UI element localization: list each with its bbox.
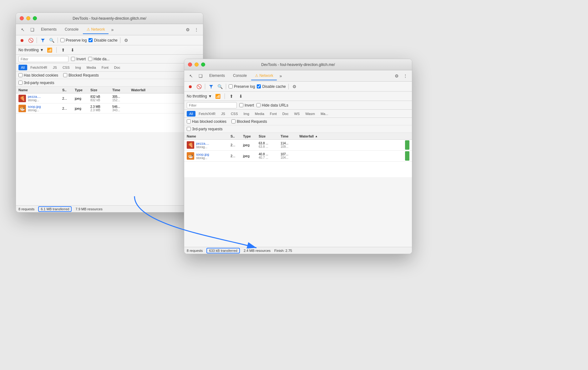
maximize-button-2[interactable]	[201, 62, 205, 67]
hide-data-label-2[interactable]: Hide data URLs	[256, 103, 288, 108]
col-header-type-2[interactable]: Type	[243, 134, 259, 138]
req-tab-ws-2[interactable]: WS	[291, 111, 302, 117]
col-header-name-2[interactable]: Name	[187, 134, 231, 138]
col-header-time-2[interactable]: Time	[281, 134, 299, 138]
table-row-2-2[interactable]: 🍜 soop.jpg storag... 2... jpeg 40.8 ...4…	[184, 151, 412, 162]
search-icon-2[interactable]: 🔍	[216, 83, 223, 90]
cursor-icon-2[interactable]: ↖	[187, 72, 195, 80]
tab-elements-1[interactable]: Elements	[37, 25, 60, 34]
blocked-requests-checkbox-2[interactable]	[231, 119, 236, 123]
disable-cache-label-2[interactable]: Disable cache	[257, 84, 286, 89]
col-header-waterfall-2[interactable]: Waterfall ▲	[299, 134, 409, 138]
col-header-type-1[interactable]: Type	[75, 88, 90, 92]
layers-icon-2[interactable]: ❏	[196, 72, 205, 80]
tab-console-1[interactable]: Console	[61, 25, 82, 34]
req-tab-img-2[interactable]: Img	[241, 111, 252, 117]
filter-input-2[interactable]	[187, 102, 237, 108]
disable-cache-checkbox-2[interactable]	[257, 84, 261, 88]
filter-icon-1[interactable]	[39, 37, 46, 44]
hide-data-checkbox-2[interactable]	[256, 103, 261, 107]
req-tab-js-1[interactable]: JS	[50, 65, 59, 70]
record-button-2[interactable]: ⏺	[187, 83, 194, 90]
table-row-1-2[interactable]: 🍜 soop.jpg storag... 2... jpeg 2.3 MB2.3…	[16, 103, 203, 113]
req-tab-media-1[interactable]: Media	[84, 65, 99, 70]
more-options-icon-2[interactable]: ⋮	[401, 72, 409, 80]
req-tab-font-2[interactable]: Font	[267, 111, 279, 117]
req-tab-fetchxhr-2[interactable]: Fetch/XHR	[196, 111, 218, 117]
table-row-2-1[interactable]: 🍕 pezza.... storag... 2... jpeg 63.8 ...…	[184, 140, 412, 151]
settings-icon-2[interactable]: ⚙	[393, 72, 401, 80]
tab-network-2[interactable]: ⚠ Network	[251, 72, 277, 80]
disable-cache-checkbox-1[interactable]	[89, 38, 93, 42]
third-party-checkbox-1[interactable]	[18, 81, 23, 85]
preserve-log-label-2[interactable]: Preserve log	[229, 84, 255, 89]
col-header-size-1[interactable]: Size	[90, 88, 112, 92]
hide-data-label-1[interactable]: Hide da...	[88, 57, 109, 61]
third-party-label-1[interactable]: 3rd-party requests	[18, 81, 54, 85]
req-tab-doc-1[interactable]: Doc	[112, 65, 123, 70]
req-tab-img-1[interactable]: Img	[73, 65, 84, 70]
more-tabs-btn-1[interactable]: »	[109, 26, 115, 33]
throttle-settings-icon-1[interactable]: ⚙	[123, 37, 130, 44]
throttle-select-2[interactable]: No throttling ▼	[187, 94, 212, 98]
req-tab-js-2[interactable]: JS	[219, 111, 228, 117]
req-tab-wasm-2[interactable]: Wasm	[303, 111, 317, 117]
wifi-settings-icon-2[interactable]: 📶	[215, 93, 221, 100]
third-party-label-2[interactable]: 3rd-party requests	[187, 127, 222, 131]
clear-button-2[interactable]: 🚫	[195, 83, 202, 90]
throttle-select-1[interactable]: No throttling ▼	[18, 48, 44, 52]
blocked-requests-label-1[interactable]: Blocked Requests	[63, 73, 99, 78]
col-header-size-2[interactable]: Size	[259, 134, 281, 138]
download-icon-2[interactable]: ⬇	[237, 93, 244, 100]
layers-icon[interactable]: ❏	[28, 25, 37, 34]
tab-network-1[interactable]: ⚠ Network	[83, 25, 109, 34]
blocked-cookies-checkbox-1[interactable]	[18, 73, 23, 77]
tab-elements-2[interactable]: Elements	[205, 72, 229, 80]
req-tab-font-1[interactable]: Font	[99, 65, 111, 70]
req-tab-doc-2[interactable]: Doc	[280, 111, 291, 117]
blocked-cookies-label-2[interactable]: Has blocked cookies	[187, 119, 226, 124]
invert-checkbox-2[interactable]	[239, 103, 243, 107]
col-header-status-1[interactable]: S..	[62, 88, 75, 92]
settings-icon-1[interactable]: ⚙	[184, 26, 192, 33]
disable-cache-label-1[interactable]: Disable cache	[89, 38, 117, 42]
req-tab-ma-2[interactable]: Ma...	[318, 111, 331, 117]
preserve-log-checkbox-2[interactable]	[229, 84, 233, 88]
req-tab-all-1[interactable]: All	[18, 65, 27, 70]
download-icon-1[interactable]: ⬇	[69, 47, 76, 53]
invert-checkbox-1[interactable]	[71, 57, 75, 61]
minimize-button-2[interactable]	[195, 62, 199, 67]
col-header-name-1[interactable]: Name	[18, 88, 62, 92]
cursor-icon[interactable]: ↖	[18, 25, 27, 34]
blocked-requests-label-2[interactable]: Blocked Requests	[231, 119, 267, 124]
blocked-cookies-label-1[interactable]: Has blocked cookies	[18, 73, 58, 78]
req-tab-media-2[interactable]: Media	[252, 111, 267, 117]
req-tab-fetchxhr-1[interactable]: Fetch/XHR	[28, 65, 50, 70]
search-icon-1[interactable]: 🔍	[48, 37, 55, 44]
invert-label-1[interactable]: Invert	[71, 57, 86, 61]
minimize-button-1[interactable]	[26, 16, 30, 20]
more-options-icon-1[interactable]: ⋮	[192, 26, 200, 33]
preserve-log-checkbox-1[interactable]	[60, 38, 64, 42]
record-button-1[interactable]: ⏺	[18, 37, 25, 44]
maximize-button-1[interactable]	[33, 16, 37, 20]
filter-icon-2[interactable]	[208, 83, 215, 90]
req-tab-css-1[interactable]: CSS	[60, 65, 72, 70]
invert-label-2[interactable]: Invert	[239, 103, 254, 108]
col-header-status-2[interactable]: S..	[231, 134, 243, 138]
table-row-1-1[interactable]: 🍕 pezza.... storag... 2... jpeg 832 kB83…	[16, 93, 203, 103]
clear-button-1[interactable]: 🚫	[27, 37, 34, 44]
close-button-1[interactable]	[20, 16, 24, 20]
blocked-requests-checkbox-1[interactable]	[63, 73, 67, 77]
preserve-log-label-1[interactable]: Preserve log	[60, 38, 87, 42]
throttle-settings-icon-2[interactable]: ⚙	[291, 83, 298, 90]
filter-input-1[interactable]	[18, 56, 68, 62]
req-tab-css-2[interactable]: CSS	[228, 111, 241, 117]
more-tabs-btn-2[interactable]: »	[277, 72, 284, 80]
req-tab-all-2[interactable]: All	[187, 111, 195, 117]
wifi-settings-icon-1[interactable]: 📶	[46, 47, 53, 53]
close-button-2[interactable]	[188, 62, 192, 67]
tab-console-2[interactable]: Console	[229, 72, 251, 80]
hide-data-checkbox-1[interactable]	[88, 57, 92, 61]
upload-icon-2[interactable]: ⬆	[228, 93, 235, 100]
